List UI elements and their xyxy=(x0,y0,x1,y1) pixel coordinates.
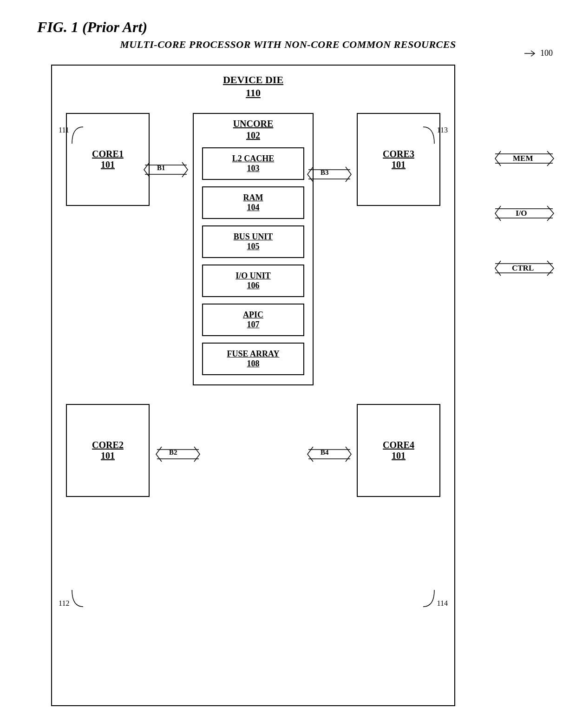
iounit-number: 106 xyxy=(208,281,299,291)
ref-100-arrow-icon xyxy=(524,49,538,58)
apic-label: APIC xyxy=(208,310,299,320)
middle-spacer xyxy=(52,385,454,399)
b4-arrow: B4 xyxy=(304,444,355,466)
side-arrow-group: MEM I/O xyxy=(492,148,557,278)
core4-label: CORE4 xyxy=(383,440,414,450)
core1-label: CORE1 xyxy=(92,149,124,159)
b2-label: B2 xyxy=(169,449,177,457)
b3-arrow: B3 xyxy=(304,164,355,186)
bottom-center-spacer xyxy=(193,404,314,497)
ref-112: 112 xyxy=(59,589,84,608)
busunit-label: BUS UNIT xyxy=(208,232,299,242)
ram-label: RAM xyxy=(208,193,299,203)
outer-box: DEVICE DIE 110 111 113 xyxy=(51,65,455,706)
apic-number: 107 xyxy=(208,320,299,330)
core4-number: 101 xyxy=(392,450,406,461)
ram-number: 104 xyxy=(208,203,299,212)
outer-wrapper: DEVICE DIE 110 111 113 xyxy=(33,65,455,706)
io-arrow-group: I/O xyxy=(492,203,557,224)
io-label: I/O xyxy=(516,209,527,218)
page-root: FIG. 1 (Prior Art) MULTI-CORE PROCESSOR … xyxy=(28,19,548,706)
iounit-label: I/O UNIT xyxy=(208,271,299,281)
b4-label: B4 xyxy=(321,449,329,457)
l2cache-number: 103 xyxy=(208,164,299,173)
device-die-label: DEVICE DIE xyxy=(52,74,454,86)
device-die-number: 110 xyxy=(52,87,454,99)
core3-box: CORE3 101 xyxy=(357,113,440,206)
b3-label: B3 xyxy=(321,169,329,177)
b4-arrow-icon xyxy=(304,444,355,464)
core2-number: 101 xyxy=(101,450,115,461)
core3-number: 101 xyxy=(392,159,406,170)
core1-number: 101 xyxy=(101,159,115,170)
diagram-container: 100 DEVICE DIE 110 111 113 xyxy=(33,65,543,706)
ref-112-label: 112 xyxy=(59,599,69,608)
b1-arrow: B1 xyxy=(140,159,191,180)
core2-group: CORE2 101 B2 xyxy=(66,404,150,497)
apic-box: APIC 107 xyxy=(202,304,304,336)
l2cache-label: L2 CACHE xyxy=(208,154,299,164)
ref-112-bracket-icon xyxy=(70,589,84,608)
busunit-number: 105 xyxy=(208,242,299,251)
ctrl-arrow-group: CTRL xyxy=(492,258,557,278)
fusearray-box: FUSE ARRAY 108 xyxy=(202,343,304,375)
ref-100-label: 100 xyxy=(540,48,553,58)
core1-group: CORE1 101 xyxy=(66,113,150,206)
core3-label: CORE3 xyxy=(383,149,414,159)
ram-box: RAM 104 xyxy=(202,186,304,219)
fig-title: FIG. 1 (Prior Art) xyxy=(37,19,548,36)
core1-box: CORE1 101 xyxy=(66,113,150,206)
b1-arrow-icon xyxy=(140,159,191,180)
uncore-number: 102 xyxy=(198,130,308,141)
l2cache-box: L2 CACHE 103 xyxy=(202,147,304,180)
core2-box: CORE2 101 xyxy=(66,404,150,497)
fig-subtitle: MULTI-CORE PROCESSOR WITH NON-CORE COMMO… xyxy=(28,39,548,51)
mem-arrow-group: MEM xyxy=(492,148,557,169)
busunit-box: BUS UNIT 105 xyxy=(202,225,304,258)
ref-114-label: 114 xyxy=(437,599,448,608)
core3-group: CORE3 101 B3 xyxy=(357,113,440,206)
core4-box: CORE4 101 xyxy=(357,404,440,497)
fusearray-number: 108 xyxy=(208,359,299,369)
b2-arrow: B2 xyxy=(152,444,203,466)
core4-group: CORE4 101 B4 xyxy=(357,404,440,497)
ref-114: 114 xyxy=(422,589,448,608)
b3-arrow-icon xyxy=(304,164,355,185)
uncore-wrapper: UNCORE 102 L2 CACHE 103 RAM 104 xyxy=(193,113,314,385)
top-row: CORE1 101 xyxy=(52,108,454,385)
iounit-box: I/O UNIT 106 xyxy=(202,265,304,297)
core2-label: CORE2 xyxy=(92,440,124,450)
ref-100-group: 100 xyxy=(524,48,553,58)
bottom-row: CORE2 101 B2 xyxy=(52,399,454,511)
mem-label: MEM xyxy=(513,154,533,163)
ctrl-label: CTRL xyxy=(512,264,534,273)
uncore-box: UNCORE 102 L2 CACHE 103 RAM 104 xyxy=(193,113,314,385)
fusearray-label: FUSE ARRAY xyxy=(208,349,299,359)
uncore-label: UNCORE xyxy=(198,119,308,129)
b2-arrow-icon xyxy=(152,444,203,464)
b1-label: B1 xyxy=(157,164,165,172)
ref-114-bracket-icon xyxy=(422,589,436,608)
